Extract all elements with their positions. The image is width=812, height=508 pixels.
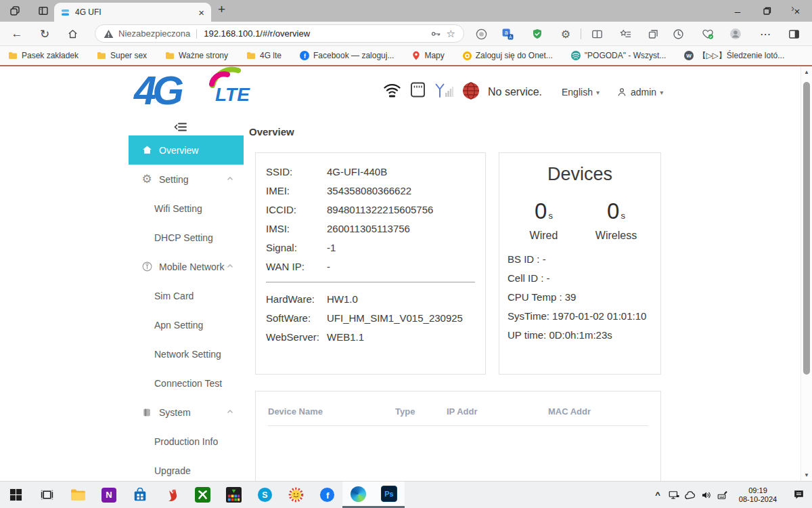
info-row: ICCID:8948011322215605756 <box>266 200 475 219</box>
window-minimize-button[interactable]: – <box>723 0 752 22</box>
xbox-taskbar-icon[interactable] <box>187 482 218 508</box>
bookmark-item[interactable]: Pasek zakładek <box>8 51 78 60</box>
sidebar-item-production-info[interactable]: Production Info <box>129 427 244 456</box>
address-bar[interactable]: Niezabezpieczona 192.168.100.1/#/r/overv… <box>95 24 464 43</box>
sidebar-toggle-icon[interactable] <box>786 26 801 41</box>
favorite-star-icon[interactable]: ☆ <box>447 28 455 40</box>
photoshop-taskbar-icon[interactable]: Ps <box>374 482 405 508</box>
scroll-up-icon[interactable]: ▲ <box>801 69 812 75</box>
red-bird-app-icon[interactable] <box>156 482 187 508</box>
logo-lte-text: LTE <box>215 84 250 106</box>
password-key-icon[interactable] <box>430 28 441 39</box>
tray-expand-icon[interactable]: ^ <box>650 490 666 500</box>
onet-icon <box>463 51 472 60</box>
wordpress-icon: W <box>684 51 694 60</box>
info-row: IMEI:354358080366622 <box>266 181 475 200</box>
vertical-tabs-icon[interactable] <box>37 5 49 17</box>
tab-close-icon[interactable]: × <box>198 7 204 18</box>
sidebar-item-dhcp-setting[interactable]: DHCP Setting <box>129 223 244 252</box>
language-label: English <box>562 87 593 98</box>
sun-smiley-app-icon[interactable] <box>280 482 311 508</box>
back-button[interactable]: ← <box>9 26 24 41</box>
sidebar-item-network-setting[interactable]: Network Setting <box>129 339 244 368</box>
bookmark-item[interactable]: 4G lte <box>246 51 281 60</box>
sidebar-item-upgrade[interactable]: Upgrade <box>129 456 244 481</box>
volume-icon[interactable] <box>698 489 715 501</box>
chevron-up-icon <box>226 175 234 183</box>
window-close-button[interactable]: × <box>782 0 812 22</box>
bookmark-item[interactable]: f Facebook — zaloguj... <box>300 51 394 60</box>
menu-collapse-icon[interactable] <box>174 122 187 132</box>
sidebar-item-mobile-network[interactable]: Mobile Network <box>129 252 244 281</box>
sidebar-item-system[interactable]: System <box>129 398 244 427</box>
onenote-taskbar-icon[interactable]: N <box>93 482 125 508</box>
device-info-panel: SSID:4G-UFI-440B IMEI:354358080366622 IC… <box>255 152 486 375</box>
scroll-thumb[interactable] <box>803 82 810 375</box>
taskbar: N S f Ps ^ <box>0 481 812 508</box>
logo-4g-lte: 4G LTE <box>134 66 276 123</box>
bookmark-item[interactable]: Mapy <box>412 51 444 60</box>
profile-avatar-icon[interactable] <box>728 26 743 41</box>
action-center-icon[interactable] <box>785 488 812 501</box>
facebook-icon: f <box>300 51 309 60</box>
bookmarks-overflow-chevron[interactable]: › <box>791 3 794 14</box>
facebook-taskbar-icon[interactable]: f <box>311 482 342 508</box>
split-screen-icon[interactable] <box>589 26 604 41</box>
favorites-list-icon[interactable] <box>618 26 633 41</box>
sidebar-item-setting[interactable]: ⚙ Setting <box>129 165 244 194</box>
new-tab-button[interactable]: + <box>218 2 225 17</box>
skype-taskbar-icon[interactable]: S <box>249 482 280 508</box>
input-indicator-icon[interactable] <box>715 489 731 501</box>
sidebar-item-wifi-setting[interactable]: Wifi Setting <box>129 194 244 223</box>
wifi-status-icon <box>383 81 401 98</box>
window-controls: – × <box>723 0 812 22</box>
bookmark-item[interactable]: Zaloguj się do Onet... <box>463 51 553 60</box>
user-icon <box>616 87 627 98</box>
refresh-button[interactable]: ↻ <box>37 26 52 41</box>
start-button[interactable] <box>0 482 31 508</box>
bookmark-item[interactable]: "POGODA" - Wszyst... <box>571 51 667 60</box>
bookmark-item[interactable]: W 【▷▷】Śledzenie lotó... <box>684 50 784 62</box>
browser-essentials-icon[interactable] <box>700 26 715 41</box>
onedrive-cloud-icon[interactable] <box>682 490 698 501</box>
mobile-network-icon <box>141 261 153 273</box>
language-dropdown[interactable]: English ▾ <box>562 87 600 98</box>
column-header: MAC Addr <box>548 406 648 417</box>
bookmark-item[interactable]: Super sex <box>97 51 147 60</box>
history-icon[interactable] <box>671 26 685 41</box>
sidebar-item-apn-setting[interactable]: Apn Setting <box>129 310 244 339</box>
sidebar-item-overview[interactable]: Overview <box>129 135 244 165</box>
info-row: WebServer:WEB1.1 <box>266 327 475 346</box>
user-dropdown[interactable]: admin ▾ <box>616 87 663 98</box>
sidebar-item-connection-test[interactable]: Connection Test <box>129 368 244 398</box>
file-explorer-taskbar-icon[interactable] <box>62 482 93 508</box>
info-row: IMSI:260011305113756 <box>266 219 475 238</box>
screen: 4G UFI × + – × ← ↻ Niezabezpieczona 192.… <box>0 0 812 508</box>
tile-game-taskbar-icon[interactable] <box>218 482 249 508</box>
extension-icon[interactable]: ⚙ <box>558 26 573 41</box>
bookmark-item[interactable]: Ważne strony <box>165 51 228 60</box>
copilot-icon[interactable] <box>474 26 489 41</box>
workspaces-icon[interactable] <box>9 5 21 17</box>
translate-icon[interactable]: aA <box>500 26 515 41</box>
service-status-text: No service. <box>488 86 542 98</box>
window-restore-button[interactable] <box>752 0 782 22</box>
info-row: HardWare:HW1.0 <box>266 289 475 308</box>
home-button[interactable] <box>65 26 80 41</box>
column-header: IP Addr <box>447 406 548 417</box>
network-tray-icon[interactable] <box>666 489 682 501</box>
more-menu-icon[interactable]: ⋯ <box>758 26 773 41</box>
taskbar-clock[interactable]: 09:19 08-10-2024 <box>734 486 782 504</box>
microsoft-store-taskbar-icon[interactable] <box>125 482 156 508</box>
edge-taskbar-icon[interactable] <box>342 482 374 508</box>
scroll-down-icon[interactable]: ▼ <box>801 472 812 478</box>
collections-icon[interactable] <box>646 26 660 41</box>
router-admin-page: 4G LTE No service. English ▾ <box>0 66 800 481</box>
sidebar-item-sim-card[interactable]: Sim Card <box>129 281 244 310</box>
page-scrollbar[interactable]: ▲ ▼ <box>800 66 812 481</box>
shield-icon[interactable] <box>530 26 545 41</box>
network-globe-icon <box>461 81 480 100</box>
device-table-header: Device Name Type IP Addr MAC Addr <box>268 406 648 417</box>
task-view-button[interactable] <box>31 482 62 508</box>
browser-tab[interactable]: 4G UFI × <box>54 3 211 22</box>
